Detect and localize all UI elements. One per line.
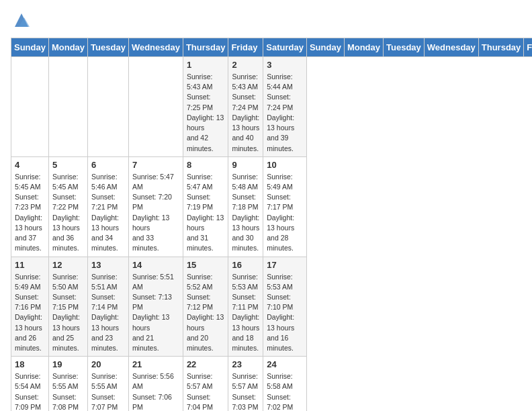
day-number: 8 xyxy=(187,160,225,170)
calendar-cell: 7Sunrise: 5:47 AM Sunset: 7:20 PM Daylig… xyxy=(128,156,183,257)
calendar-table: SundayMondayTuesdayWednesdayThursdayFrid… xyxy=(11,38,532,411)
calendar-cell: 22Sunrise: 5:57 AM Sunset: 7:04 PM Dayli… xyxy=(183,357,228,411)
col-header-tuesday: Tuesday xyxy=(384,38,425,57)
day-number: 24 xyxy=(267,359,303,369)
day-number: 5 xyxy=(52,160,84,170)
day-number: 6 xyxy=(91,160,125,170)
day-number: 15 xyxy=(187,260,225,270)
day-info: Sunrise: 5:45 AM Sunset: 7:22 PM Dayligh… xyxy=(52,172,84,254)
day-info: Sunrise: 5:55 AM Sunset: 7:07 PM Dayligh… xyxy=(91,371,125,411)
calendar-cell xyxy=(88,57,129,157)
calendar-cell: 2Sunrise: 5:43 AM Sunset: 7:24 PM Daylig… xyxy=(228,57,263,157)
week-row-2: 4Sunrise: 5:45 AM Sunset: 7:23 PM Daylig… xyxy=(11,156,533,257)
day-info: Sunrise: 5:43 AM Sunset: 7:24 PM Dayligh… xyxy=(232,72,259,154)
day-info: Sunrise: 5:57 AM Sunset: 7:03 PM Dayligh… xyxy=(232,371,259,411)
logo-icon xyxy=(12,11,31,30)
day-info: Sunrise: 5:51 AM Sunset: 7:14 PM Dayligh… xyxy=(91,272,125,354)
calendar-cell: 16Sunrise: 5:53 AM Sunset: 7:11 PM Dayli… xyxy=(228,257,263,357)
calendar-cell: 4Sunrise: 5:45 AM Sunset: 7:23 PM Daylig… xyxy=(11,156,49,257)
day-number: 23 xyxy=(232,359,259,369)
day-info: Sunrise: 5:48 AM Sunset: 7:18 PM Dayligh… xyxy=(232,172,259,254)
col-header-monday: Monday xyxy=(344,38,383,57)
week-row-1: 1Sunrise: 5:43 AM Sunset: 7:25 PM Daylig… xyxy=(11,57,533,157)
day-number: 12 xyxy=(52,260,84,270)
day-number: 19 xyxy=(52,359,84,369)
calendar-cell: 9Sunrise: 5:48 AM Sunset: 7:18 PM Daylig… xyxy=(228,156,263,257)
calendar-cell: 8Sunrise: 5:47 AM Sunset: 7:19 PM Daylig… xyxy=(183,156,228,257)
day-info: Sunrise: 5:53 AM Sunset: 7:11 PM Dayligh… xyxy=(232,272,259,354)
day-number: 18 xyxy=(15,359,45,369)
day-info: Sunrise: 5:49 AM Sunset: 7:16 PM Dayligh… xyxy=(15,272,45,354)
day-number: 4 xyxy=(15,160,45,170)
day-info: Sunrise: 5:52 AM Sunset: 7:12 PM Dayligh… xyxy=(187,272,225,354)
day-number: 9 xyxy=(232,160,259,170)
day-info: Sunrise: 5:56 AM Sunset: 7:06 PM Dayligh… xyxy=(132,371,179,411)
week-row-3: 11Sunrise: 5:49 AM Sunset: 7:16 PM Dayli… xyxy=(11,257,533,357)
header-sunday: Sunday xyxy=(11,38,49,57)
calendar-cell: 20Sunrise: 5:55 AM Sunset: 7:07 PM Dayli… xyxy=(88,357,129,411)
day-info: Sunrise: 5:47 AM Sunset: 7:20 PM Dayligh… xyxy=(132,172,179,254)
calendar-cell xyxy=(48,57,87,157)
header-tuesday: Tuesday xyxy=(88,38,129,57)
calendar-cell: 6Sunrise: 5:46 AM Sunset: 7:21 PM Daylig… xyxy=(88,156,129,257)
day-info: Sunrise: 5:45 AM Sunset: 7:23 PM Dayligh… xyxy=(15,172,45,254)
day-number: 11 xyxy=(15,260,45,270)
calendar-cell: 15Sunrise: 5:52 AM Sunset: 7:12 PM Dayli… xyxy=(183,257,228,357)
day-number: 14 xyxy=(132,260,179,270)
header-saturday: Saturday xyxy=(263,38,307,57)
col-header-thursday: Thursday xyxy=(478,38,524,57)
day-info: Sunrise: 5:55 AM Sunset: 7:08 PM Dayligh… xyxy=(52,371,84,411)
calendar-cell: 21Sunrise: 5:56 AM Sunset: 7:06 PM Dayli… xyxy=(128,357,183,411)
day-info: Sunrise: 5:43 AM Sunset: 7:25 PM Dayligh… xyxy=(187,72,225,154)
col-header-wednesday: Wednesday xyxy=(424,38,478,57)
day-info: Sunrise: 5:49 AM Sunset: 7:17 PM Dayligh… xyxy=(267,172,303,254)
calendar-cell: 18Sunrise: 5:54 AM Sunset: 7:09 PM Dayli… xyxy=(11,357,49,411)
day-info: Sunrise: 5:51 AM Sunset: 7:13 PM Dayligh… xyxy=(132,272,179,354)
calendar-cell: 19Sunrise: 5:55 AM Sunset: 7:08 PM Dayli… xyxy=(48,357,87,411)
day-number: 16 xyxy=(232,260,259,270)
calendar-cell: 14Sunrise: 5:51 AM Sunset: 7:13 PM Dayli… xyxy=(128,257,183,357)
day-info: Sunrise: 5:50 AM Sunset: 7:15 PM Dayligh… xyxy=(52,272,84,354)
logo xyxy=(11,11,31,30)
day-info: Sunrise: 5:57 AM Sunset: 7:04 PM Dayligh… xyxy=(187,371,225,411)
day-info: Sunrise: 5:58 AM Sunset: 7:02 PM Dayligh… xyxy=(267,371,303,411)
calendar-cell: 13Sunrise: 5:51 AM Sunset: 7:14 PM Dayli… xyxy=(88,257,129,357)
calendar-cell: 23Sunrise: 5:57 AM Sunset: 7:03 PM Dayli… xyxy=(228,357,263,411)
calendar-cell: 17Sunrise: 5:53 AM Sunset: 7:10 PM Dayli… xyxy=(263,257,307,357)
calendar-cell: 5Sunrise: 5:45 AM Sunset: 7:22 PM Daylig… xyxy=(48,156,87,257)
day-number: 7 xyxy=(132,160,179,170)
calendar-cell: 24Sunrise: 5:58 AM Sunset: 7:02 PM Dayli… xyxy=(263,357,307,411)
day-info: Sunrise: 5:44 AM Sunset: 7:24 PM Dayligh… xyxy=(267,72,303,154)
day-number: 22 xyxy=(187,359,225,369)
calendar-cell: 1Sunrise: 5:43 AM Sunset: 7:25 PM Daylig… xyxy=(183,57,228,157)
day-number: 1 xyxy=(187,60,225,70)
calendar-cell xyxy=(11,57,49,157)
header-monday: Monday xyxy=(48,38,87,57)
calendar-header-row: SundayMondayTuesdayWednesdayThursdayFrid… xyxy=(11,38,533,57)
day-number: 20 xyxy=(91,359,125,369)
col-header-sunday: Sunday xyxy=(306,38,344,57)
day-number: 17 xyxy=(267,260,303,270)
day-number: 2 xyxy=(232,60,259,70)
day-number: 10 xyxy=(267,160,303,170)
week-row-4: 18Sunrise: 5:54 AM Sunset: 7:09 PM Dayli… xyxy=(11,357,533,411)
header-wednesday: Wednesday xyxy=(128,38,183,57)
day-number: 13 xyxy=(91,260,125,270)
calendar-cell: 3Sunrise: 5:44 AM Sunset: 7:24 PM Daylig… xyxy=(263,57,307,157)
calendar-cell: 11Sunrise: 5:49 AM Sunset: 7:16 PM Dayli… xyxy=(11,257,49,357)
calendar-cell xyxy=(128,57,183,157)
calendar-cell: 12Sunrise: 5:50 AM Sunset: 7:15 PM Dayli… xyxy=(48,257,87,357)
header-thursday: Thursday xyxy=(183,38,228,57)
col-header-friday: Friday xyxy=(524,38,532,57)
day-info: Sunrise: 5:54 AM Sunset: 7:09 PM Dayligh… xyxy=(15,371,45,411)
day-info: Sunrise: 5:47 AM Sunset: 7:19 PM Dayligh… xyxy=(187,172,225,254)
calendar-cell: 10Sunrise: 5:49 AM Sunset: 7:17 PM Dayli… xyxy=(263,156,307,257)
day-number: 3 xyxy=(267,60,303,70)
day-number: 21 xyxy=(132,359,179,369)
header-friday: Friday xyxy=(228,38,263,57)
day-info: Sunrise: 5:46 AM Sunset: 7:21 PM Dayligh… xyxy=(91,172,125,254)
day-info: Sunrise: 5:53 AM Sunset: 7:10 PM Dayligh… xyxy=(267,272,303,354)
page-header xyxy=(11,11,521,30)
